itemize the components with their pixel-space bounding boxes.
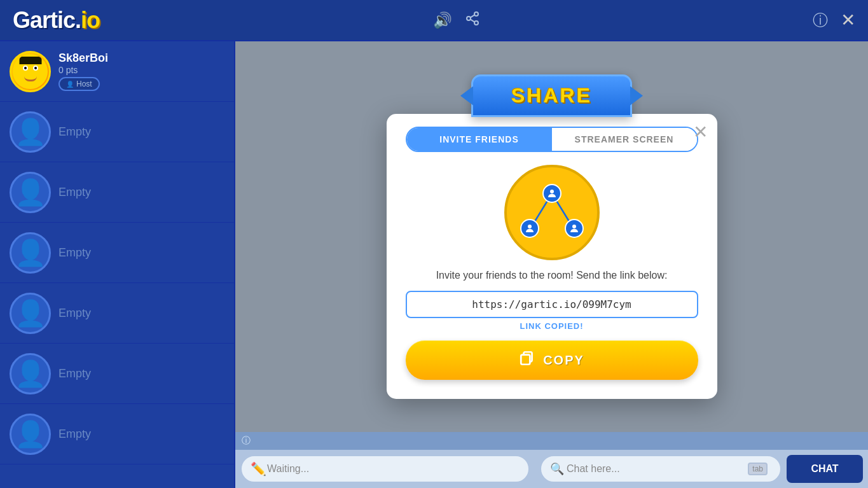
close-icon[interactable]: ✕ [841, 10, 855, 31]
drawing-placeholder: Waiting... [267, 463, 309, 475]
avatar-host [10, 51, 51, 92]
logo-gartic: Gartic. [13, 7, 81, 34]
chat-placeholder: Chat here... [567, 463, 620, 475]
info-bar-icon: ⓘ [242, 435, 251, 447]
drawing-input-area: ✏️ Waiting... [240, 455, 530, 483]
avatar-empty-2: 👤 [10, 172, 51, 213]
logo: Gartic.io [13, 7, 100, 34]
modal-tabs: INVITE FRIENDS STREAMER SCREEN [406, 127, 698, 152]
share-network [520, 184, 584, 241]
svg-line-3 [470, 15, 474, 17]
host-badge-icon: 👤 [66, 81, 74, 88]
content-area: g SHARE ✕ INVITE FRIENDS STREAMER SCREEN [235, 41, 868, 488]
share-node-right [565, 219, 584, 238]
player-name-host: Sk8erBoi [59, 52, 224, 65]
player-empty-5: Empty [59, 367, 91, 380]
empty-avatar-icon-1: 👤 [15, 117, 46, 147]
share-icon-circle [504, 165, 600, 260]
modal-invite-desc: Invite your friends to the room! Send th… [406, 270, 698, 281]
tab-streamer-screen[interactable]: STREAMER SCREEN [552, 128, 697, 151]
modal-title: SHARE [511, 84, 592, 107]
logo-io: io [81, 7, 100, 34]
player-info-host: Sk8erBoi 0 pts 👤 Host [59, 52, 224, 91]
copy-icon [519, 350, 535, 370]
share-icon[interactable] [465, 11, 480, 30]
copy-button[interactable]: COPY [406, 340, 698, 380]
share-node-top [542, 184, 561, 203]
bottom-bar: ✏️ Waiting... 🔍 Chat here... tab CHAT [235, 450, 868, 488]
player-item-6: 👤 Empty [0, 404, 234, 464]
header: Gartic.io 🔊 ⓘ ✕ [0, 0, 868, 41]
modal-container: SHARE ✕ INVITE FRIENDS STREAMER SCREEN [387, 74, 717, 399]
player-item-3: 👤 Empty [0, 223, 234, 283]
pencil-icon: ✏️ [251, 461, 266, 477]
game-area: g SHARE ✕ INVITE FRIENDS STREAMER SCREEN [235, 41, 868, 432]
host-badge-label: Host [76, 80, 92, 88]
tab-key-badge: tab [748, 463, 768, 475]
player-empty-6: Empty [59, 428, 91, 441]
share-node-left [520, 219, 539, 238]
avatar-empty-5: 👤 [10, 353, 51, 394]
copy-button-label: COPY [543, 353, 584, 368]
link-copied-text: LINK COPIED! [406, 321, 698, 331]
player-empty-4: Empty [59, 307, 91, 320]
player-empty-3: Empty [59, 246, 91, 260]
modal-icon-area [406, 165, 698, 260]
svg-rect-10 [521, 355, 530, 365]
sound-icon[interactable]: 🔊 [433, 11, 452, 29]
avatar-empty-6: 👤 [10, 414, 51, 455]
info-icon[interactable]: ⓘ [813, 10, 828, 31]
avatar-empty-4: 👤 [10, 293, 51, 334]
chat-button[interactable]: CHAT [787, 455, 863, 483]
player-empty-1: Empty [59, 125, 91, 139]
empty-avatar-icon-6: 👤 [15, 419, 46, 449]
empty-avatar-icon-4: 👤 [15, 298, 46, 328]
svg-point-9 [572, 225, 576, 228]
svg-line-4 [470, 19, 474, 22]
modal-box: ✕ INVITE FRIENDS STREAMER SCREEN [387, 114, 717, 399]
player-item-host: Sk8erBoi 0 pts 👤 Host [0, 41, 234, 102]
empty-avatar-icon-5: 👤 [15, 359, 46, 389]
empty-avatar-icon-3: 👤 [15, 238, 46, 268]
player-pts-host: 0 pts [59, 65, 224, 75]
modal-overlay: SHARE ✕ INVITE FRIENDS STREAMER SCREEN [235, 41, 868, 432]
player-item-2: 👤 Empty [0, 162, 234, 223]
avatar-empty-3: 👤 [10, 232, 51, 274]
player-item-5: 👤 Empty [0, 344, 234, 404]
link-box: https://gartic.io/099M7cym [406, 291, 698, 318]
tab-invite-friends[interactable]: INVITE FRIENDS [407, 128, 552, 151]
svg-point-7 [550, 190, 554, 193]
empty-avatar-icon-2: 👤 [15, 178, 46, 207]
modal-banner: SHARE [471, 74, 632, 117]
modal-close-button[interactable]: ✕ [693, 123, 708, 141]
sidebar: Sk8erBoi 0 pts 👤 Host 👤 Empty 👤 Empty [0, 41, 235, 488]
header-right: ⓘ ✕ [813, 10, 855, 31]
chat-input-area[interactable]: 🔍 Chat here... tab [540, 455, 782, 483]
main-layout: Sk8erBoi 0 pts 👤 Host 👤 Empty 👤 Empty [0, 41, 868, 488]
info-bar: ⓘ [235, 432, 868, 450]
player-item-1: 👤 Empty [0, 102, 234, 162]
avatar-empty-1: 👤 [10, 111, 51, 153]
header-center: 🔊 [433, 11, 480, 30]
host-badge: 👤 Host [59, 77, 100, 91]
player-empty-2: Empty [59, 186, 91, 199]
svg-point-8 [528, 225, 532, 228]
chat-search-icon: 🔍 [550, 462, 564, 476]
player-item-4: 👤 Empty [0, 283, 234, 344]
